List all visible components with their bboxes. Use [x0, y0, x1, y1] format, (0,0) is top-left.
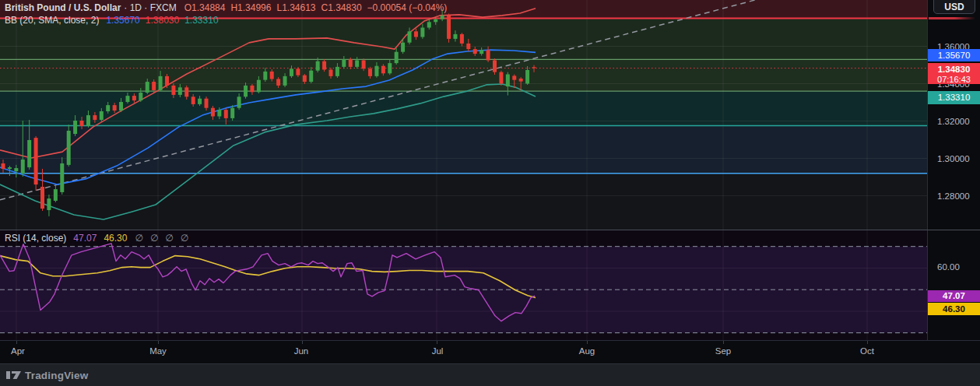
tradingview-logo-icon [6, 369, 21, 381]
time-axis-label-oct: Oct [860, 346, 874, 356]
bb-lower-value: 1.33310 [184, 15, 218, 26]
candle-body [211, 108, 215, 117]
candle-body [244, 86, 248, 96]
rsi-ma-value-badge: 46.30 [928, 303, 980, 315]
candle-body [132, 96, 136, 100]
candle-body [401, 43, 405, 52]
symbol-title[interactable]: British Pound / U.S. Dollar [5, 2, 121, 14]
bb-lower-price-badge: 1.33310 [928, 91, 980, 104]
price-zone [0, 59, 927, 91]
time-axis-label-may: May [149, 346, 167, 356]
candlestick-chart-svg [0, 0, 927, 230]
candle-body [60, 163, 64, 192]
time-axis-tick [158, 341, 159, 344]
candle-body [73, 121, 77, 134]
ohlc-open: O1.34884 [184, 2, 226, 14]
time-axis-label-sep: Sep [715, 346, 731, 356]
candle-body [67, 131, 71, 165]
rsi-indicator-label[interactable]: RSI (14, close) [5, 233, 66, 244]
bb-basis-price-badge: 1.35670 [928, 49, 980, 61]
candle-body [191, 96, 195, 104]
time-axis-label-jun: Jun [294, 346, 309, 356]
symbol-legend-row[interactable]: British Pound / U.S. Dollar · 1D · FXCM … [5, 2, 452, 14]
candle-body [178, 87, 182, 95]
main-chart-pane[interactable]: British Pound / U.S. Dollar · 1D · FXCM … [0, 0, 927, 230]
candle-body [473, 49, 477, 54]
candle-body [86, 115, 90, 126]
candle-body [499, 72, 503, 84]
candle-body [322, 61, 326, 70]
candle-body [388, 63, 392, 73]
rsi-empty-values: ∅∅∅∅ [135, 233, 195, 244]
candle-body [519, 79, 523, 82]
candle-body [40, 187, 44, 209]
candle-body [362, 61, 366, 69]
last-price-badge: 1.34830 07:16:43 [928, 63, 980, 84]
time-axis-label-aug: Aug [579, 346, 595, 356]
rsi-empty-value: ∅ [150, 233, 158, 244]
currency-button[interactable]: USD [933, 0, 975, 14]
candle-body [414, 31, 418, 37]
candle-body [171, 86, 175, 95]
candle-body [290, 68, 293, 76]
candle-body [303, 75, 307, 82]
time-axis-tick [723, 341, 724, 344]
candle-body [14, 168, 18, 171]
pane-separator[interactable] [0, 230, 980, 230]
candle-body [54, 189, 58, 201]
time-axis-tick [867, 341, 868, 344]
time-axis-tick [437, 341, 437, 344]
candle-body [453, 34, 457, 39]
candle-body [329, 70, 333, 76]
candle-body [408, 31, 412, 42]
candle-body [309, 71, 313, 82]
ohlc-close: C1.34830 [321, 2, 362, 14]
ohlc-low: L1.34613 [276, 2, 315, 14]
tradingview-logo-link[interactable]: TradingView [6, 369, 88, 381]
rsi-indicator-pane[interactable]: RSI (14, close) 47.07 46.30 ∅∅∅∅ [0, 230, 927, 340]
candle-body [395, 52, 399, 63]
candle-body [159, 76, 163, 90]
price-zone [0, 126, 927, 174]
candle-body [250, 86, 254, 92]
candle-body [335, 67, 339, 76]
tradingview-chart-page: { "chart_header": { "symbol_title": "Bri… [0, 0, 980, 386]
chart-legend: British Pound / U.S. Dollar · 1D · FXCM … [5, 2, 452, 26]
candle-body [525, 70, 529, 84]
time-axis[interactable]: AprMayJunJulAugSepOct [0, 340, 980, 363]
candle-body [146, 82, 149, 93]
candle-body [479, 50, 483, 54]
candle-body [47, 198, 51, 210]
candle-body [139, 93, 142, 100]
ohlc-change: −0.00054 (−0.04%) [367, 2, 448, 14]
candle-body [119, 102, 123, 111]
candle-body [506, 75, 510, 87]
time-axis-label-apr: Apr [11, 346, 25, 356]
bb-indicator-label[interactable]: BB (20, SMA, close, 2) [5, 15, 99, 26]
candle-body [106, 105, 110, 111]
candle-body [198, 99, 202, 104]
candle-body [296, 68, 300, 75]
candle-body [80, 121, 84, 126]
candle-body [532, 67, 536, 68]
candle-body [374, 66, 378, 76]
candle-body [257, 80, 261, 93]
price-axis-label: 1.30000 [937, 153, 970, 164]
bottom-toolbar: TradingView [0, 363, 980, 386]
symbol-meta[interactable]: · 1D · FXCM [124, 2, 176, 14]
rsi-legend[interactable]: RSI (14, close) 47.07 46.30 ∅∅∅∅ [5, 233, 195, 244]
candle-body [34, 138, 38, 184]
rsi-empty-value: ∅ [135, 233, 142, 244]
candle-body [2, 163, 5, 169]
candle-body [125, 96, 129, 102]
tradingview-logo-text: TradingView [25, 370, 88, 381]
candle-body [486, 50, 490, 60]
candle-body [165, 76, 169, 86]
price-axis[interactable]: USD 1.360001.340001.320001.300001.280006… [927, 0, 980, 340]
candle-body [100, 111, 104, 120]
bb-legend-row[interactable]: BB (20, SMA, close, 2) 1.35670 1.38030 1… [5, 14, 452, 26]
candle-body [263, 72, 267, 80]
price-axis-label: 1.28000 [937, 191, 970, 202]
candle-body [237, 96, 241, 107]
candle-body [342, 59, 346, 67]
